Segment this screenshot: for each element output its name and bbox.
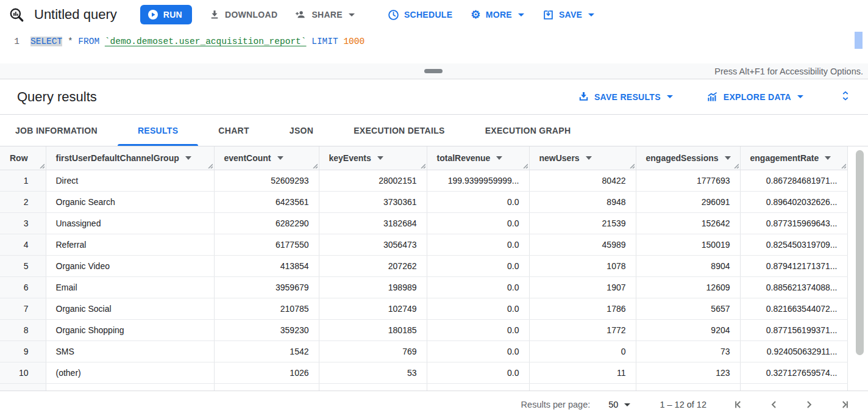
cell-eventCount: 1026 (214, 362, 319, 383)
results-table: RowfirstUserDefaultChannelGroupeventCoun… (0, 146, 848, 391)
cell-keyEvents: 207262 (319, 255, 427, 276)
save-button[interactable]: SAVE (542, 4, 594, 26)
share-button[interactable]: SHARE (294, 4, 355, 26)
cell-engagementRate: 0.896402032626... (740, 191, 847, 212)
results-tabbar: JOB INFORMATIONRESULTSCHARTJSONEXECUTION… (0, 115, 868, 146)
cell-firstUserDefaultChannelGroup: Organic Video (46, 255, 214, 276)
expand-panel-button[interactable] (840, 90, 851, 104)
cell-totalRevenue: 0.0 (427, 276, 529, 298)
cell-firstUserDefaultChannelGroup: Paid Social (46, 383, 214, 391)
download-button[interactable]: DOWNLOAD (209, 4, 277, 26)
cell-eventCount: 337 (214, 383, 319, 391)
column-header-engagementRate[interactable]: engagementRate (740, 146, 847, 170)
column-header-firstUserDefaultChannelGroup[interactable]: firstUserDefaultChannelGroup (46, 146, 214, 170)
column-resize-handle[interactable] (38, 162, 44, 168)
tab-chart[interactable]: CHART (198, 115, 269, 146)
sort-arrow-icon[interactable] (496, 156, 502, 160)
cell-firstUserDefaultChannelGroup: Referral (46, 234, 214, 255)
cell-keyEvents: 198989 (319, 276, 427, 298)
cell-engagedSessions: 1777693 (636, 170, 740, 191)
cell-eventCount: 52609293 (214, 170, 319, 191)
cell-newUsers: 0 (529, 341, 636, 362)
cell-firstUserDefaultChannelGroup: (other) (46, 362, 214, 383)
cell-newUsers: 45989 (529, 234, 636, 255)
column-header-newUsers[interactable]: newUsers (529, 146, 636, 170)
tab-job-information[interactable]: JOB INFORMATION (0, 115, 118, 146)
cell-newUsers: 1772 (529, 319, 636, 341)
cell-newUsers: 1907 (529, 276, 636, 298)
explore-data-button[interactable]: EXPLORE DATA (706, 91, 803, 103)
person-add-icon (294, 9, 307, 20)
query-results-header: Query results SAVE RESULTS EXPLORE DATA (0, 79, 868, 115)
table-row: 8Organic Shopping3592301801850.017729204… (0, 319, 847, 341)
sort-arrow-icon[interactable] (377, 156, 383, 160)
column-label: totalRevenue (437, 153, 491, 163)
table-row: 2Organic Search642356137303610.089482960… (0, 191, 847, 212)
tab-execution-graph[interactable]: EXECUTION GRAPH (465, 115, 591, 146)
chevron-down-icon (349, 13, 355, 16)
first-page-button[interactable] (733, 398, 745, 411)
cell-engagedSessions: 152642 (636, 212, 740, 234)
last-page-button[interactable] (838, 398, 850, 411)
column-resize-handle[interactable] (419, 162, 425, 168)
chevron-left-icon (768, 398, 780, 411)
sql-keyword-select: SELECT (30, 37, 62, 46)
table-scrollbar-thumb[interactable] (856, 150, 864, 355)
pagination-bar: Results per page: 50 1 – 12 of 12 (0, 391, 868, 418)
cell-Row: 2 (0, 191, 46, 212)
sql-keyword-from: FROM (78, 37, 105, 46)
cell-Row: 11 (0, 383, 46, 391)
column-header-totalRevenue[interactable]: totalRevenue (427, 146, 529, 170)
tab-results[interactable]: RESULTS (118, 115, 198, 146)
column-resize-handle[interactable] (522, 162, 528, 168)
explore-data-icon (706, 91, 719, 103)
column-header-engagedSessions[interactable]: engagedSessions (636, 146, 740, 170)
table-row: 5Organic Video4138542072620.0107889040.8… (0, 255, 847, 276)
cell-keyEvents: 28002151 (319, 170, 427, 191)
editor-scrollbar-thumb[interactable] (855, 32, 863, 49)
cell-firstUserDefaultChannelGroup: SMS (46, 341, 214, 362)
column-label: keyEvents (329, 153, 371, 163)
panel-resize-handle[interactable] (424, 69, 443, 73)
save-results-button[interactable]: SAVE RESULTS (578, 91, 673, 103)
cell-Row: 7 (0, 298, 46, 319)
next-page-button[interactable] (803, 398, 815, 411)
column-header-Row[interactable]: Row (0, 146, 46, 170)
schedule-button[interactable]: SCHEDULE (388, 4, 452, 26)
cell-firstUserDefaultChannelGroup: Direct (46, 170, 214, 191)
sort-arrow-icon[interactable] (825, 156, 831, 160)
tab-execution-details[interactable]: EXECUTION DETAILS (333, 115, 465, 146)
cell-firstUserDefaultChannelGroup: Unassigned (46, 212, 214, 234)
sort-arrow-icon[interactable] (277, 156, 283, 160)
column-header-keyEvents[interactable]: keyEvents (319, 146, 427, 170)
column-label: engagementRate (750, 153, 819, 163)
previous-page-button[interactable] (768, 398, 780, 411)
run-button[interactable]: RUN (140, 5, 192, 24)
column-resize-handle[interactable] (840, 162, 846, 168)
cell-engagedSessions: 73 (636, 341, 740, 362)
cell-firstUserDefaultChannelGroup: Organic Shopping (46, 319, 214, 341)
sort-arrow-icon[interactable] (586, 156, 592, 160)
cell-engagementRate: 0.327127659574... (740, 362, 847, 383)
column-resize-handle[interactable] (311, 162, 318, 168)
tab-json[interactable]: JSON (269, 115, 333, 146)
sql-table-reference-link[interactable]: `demo.demoset.user_acquisition_report` (105, 37, 307, 46)
sql-code-line[interactable]: SELECT * FROM `demo.demoset.user_acquisi… (30, 35, 365, 48)
cell-keyEvents: 769 (319, 341, 427, 362)
column-resize-handle[interactable] (207, 162, 213, 168)
cell-eventCount: 1542 (214, 341, 319, 362)
accessibility-hint: Press Alt+F1 for Accessibility Options. (714, 67, 863, 76)
cell-eventCount: 359230 (214, 319, 319, 341)
sort-arrow-icon[interactable] (725, 156, 731, 160)
sql-editor[interactable]: 1 SELECT * FROM `demo.demoset.user_acqui… (0, 29, 868, 63)
cell-engagedSessions: 296091 (636, 191, 740, 212)
query-results-title: Query results (17, 89, 97, 105)
page-size-select[interactable]: 50 (608, 400, 630, 409)
column-header-eventCount[interactable]: eventCount (214, 146, 319, 170)
sort-arrow-icon[interactable] (185, 156, 191, 160)
column-resize-handle[interactable] (733, 162, 739, 168)
more-button[interactable]: ⚙ MORE (471, 4, 524, 26)
column-resize-handle[interactable] (628, 162, 635, 168)
cell-firstUserDefaultChannelGroup: Email (46, 276, 214, 298)
cell-keyEvents: 180185 (319, 319, 427, 341)
